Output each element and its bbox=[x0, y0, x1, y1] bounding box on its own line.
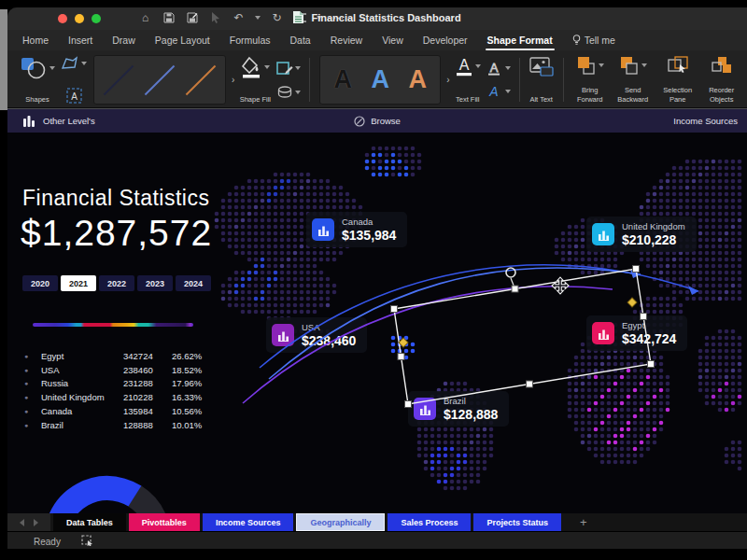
tab-label: Insert bbox=[68, 35, 92, 46]
tab-home[interactable]: Home bbox=[22, 35, 49, 46]
tab-label: Formulas bbox=[230, 35, 271, 46]
text-box-icon[interactable]: A bbox=[66, 88, 82, 104]
workbook-nav-bar: Other Level's Browse Income Sources bbox=[7, 108, 747, 133]
shape-outline-icon[interactable] bbox=[276, 62, 293, 76]
tab-label: Home bbox=[22, 35, 49, 46]
svg-text:A: A bbox=[489, 61, 498, 75]
text-fill-label: Text Fill bbox=[456, 95, 479, 104]
tab-developer[interactable]: Developer bbox=[423, 35, 468, 46]
tab-label: Shape Format bbox=[487, 35, 553, 46]
shape-fill-icon[interactable] bbox=[240, 56, 262, 78]
bring-forward-icon bbox=[576, 56, 597, 75]
tab-data[interactable]: Data bbox=[290, 35, 311, 46]
tab-insert[interactable]: Insert bbox=[68, 35, 92, 46]
text-outline-icon[interactable]: A bbox=[486, 61, 503, 76]
add-sheet-button[interactable]: + bbox=[571, 513, 597, 531]
send-backward-icon bbox=[619, 56, 640, 75]
shapes-icon[interactable] bbox=[20, 56, 48, 80]
sheet-tab-data-tables[interactable]: Data Tables bbox=[53, 513, 126, 531]
shape-effects-icon[interactable] bbox=[277, 86, 293, 98]
sheet-tab-income-sources[interactable]: Income Sources bbox=[203, 513, 294, 531]
wordart-styles-gallery[interactable]: A A A bbox=[319, 55, 441, 105]
reorder-objects-button[interactable]: Reorder Objects bbox=[700, 54, 743, 105]
shape-styles-gallery[interactable] bbox=[93, 55, 226, 105]
sheet-tab-geographically[interactable]: Geographically bbox=[296, 513, 385, 531]
tab-page-layout[interactable]: Page Layout bbox=[155, 35, 210, 46]
tab-draw[interactable]: Draw bbox=[112, 35, 135, 46]
document-icon bbox=[293, 11, 303, 25]
titlebar: ⌂ ↶ ↻ ··· Financial Statistics Dashbo bbox=[7, 7, 747, 30]
desktop-edge bbox=[0, 9, 7, 110]
send-backward-button[interactable]: Send Backward bbox=[611, 54, 655, 105]
tab-label: Tell me bbox=[585, 35, 615, 46]
wordart-styles-expand-icon[interactable]: › bbox=[446, 75, 449, 85]
shape-fill-label: Shape Fill bbox=[239, 95, 271, 104]
tab-tell-me[interactable]: Tell me bbox=[572, 35, 615, 46]
tab-shape-format[interactable]: Shape Format bbox=[487, 35, 553, 46]
rotation-handle-icon[interactable] bbox=[506, 268, 515, 277]
ribbon-tab-bar: HomeInsertDrawPage LayoutFormulasDataRev… bbox=[7, 30, 747, 50]
shape-styles-expand-icon[interactable]: › bbox=[232, 75, 234, 85]
excel-window: ⌂ ↶ ↻ ··· Financial Statistics Dashbo bbox=[7, 7, 747, 549]
selection-overlay bbox=[7, 133, 747, 513]
selection-pane-button[interactable]: Selection Pane bbox=[655, 54, 700, 105]
tab-review[interactable]: Review bbox=[331, 35, 362, 46]
tab-label: Draw bbox=[112, 35, 135, 46]
tab-formulas[interactable]: Formulas bbox=[230, 35, 271, 46]
lightbulb-icon bbox=[572, 35, 581, 46]
tab-view[interactable]: View bbox=[382, 35, 403, 46]
sheet-tab-sales-process[interactable]: Sales Process bbox=[388, 513, 471, 531]
shapes-caret-icon[interactable] bbox=[49, 66, 55, 70]
browse-icon[interactable] bbox=[354, 116, 365, 127]
shape-outline-caret-icon[interactable] bbox=[295, 66, 301, 70]
send-backward-caret-icon bbox=[641, 63, 647, 67]
selection-mode-icon[interactable] bbox=[81, 535, 93, 548]
tab-label: Review bbox=[331, 35, 362, 46]
tab-label: Data bbox=[290, 35, 311, 46]
tab-label: Developer bbox=[423, 35, 468, 46]
text-fill-caret-icon[interactable] bbox=[475, 64, 481, 68]
svg-text:A: A bbox=[71, 91, 78, 102]
wordart-style-dark[interactable]: A bbox=[324, 65, 361, 94]
shape-effects-caret-icon[interactable] bbox=[295, 91, 301, 94]
tab-label: View bbox=[382, 35, 403, 46]
status-bar: Ready bbox=[7, 531, 747, 549]
shape-style-line-1[interactable] bbox=[103, 62, 134, 99]
edit-shape-icon[interactable] bbox=[61, 56, 79, 71]
sheet-tab-bar: Data TablesPivottablesIncome SourcesGeog… bbox=[7, 513, 747, 531]
shape-fill-caret-icon[interactable] bbox=[264, 65, 270, 69]
tab-label: Page Layout bbox=[155, 35, 210, 46]
shape-style-line-2[interactable] bbox=[144, 62, 176, 99]
dashboard-canvas: Financial Statistics $1,287,572 20202021… bbox=[7, 133, 747, 513]
wordart-style-orange[interactable]: A bbox=[399, 65, 436, 94]
alt-text-button[interactable]: Alt Text bbox=[526, 54, 557, 105]
bring-forward-caret-icon bbox=[599, 63, 604, 67]
ribbon: Shapes A › Shape Fill bbox=[7, 50, 747, 108]
text-effects-icon[interactable]: A bbox=[486, 84, 503, 99]
text-outline-caret-icon[interactable] bbox=[505, 66, 511, 70]
sheet-prev-icon[interactable] bbox=[20, 519, 24, 526]
send-backward-label: Send Backward bbox=[613, 86, 653, 104]
svg-text:A: A bbox=[458, 57, 469, 73]
sheet-next-icon[interactable] bbox=[34, 519, 38, 526]
text-effects-caret-icon[interactable] bbox=[505, 90, 511, 93]
sheet-tab-projects-status[interactable]: Projects Status bbox=[473, 513, 561, 531]
selection-pane-label: Selection Pane bbox=[658, 86, 698, 104]
shapes-label: Shapes bbox=[25, 95, 49, 104]
shape-style-line-3[interactable] bbox=[185, 62, 217, 99]
selection-pane-icon bbox=[667, 56, 689, 75]
status-ready-label: Ready bbox=[34, 537, 61, 547]
adjustment-handles[interactable] bbox=[399, 298, 637, 347]
ribbon-group-insert-shapes: Shapes A bbox=[17, 54, 90, 105]
sheet-nav bbox=[7, 513, 50, 531]
sheet-tab-pivottables[interactable]: Pivottables bbox=[129, 513, 200, 531]
window-title: Financial Statistics Dashboard bbox=[311, 12, 460, 23]
wordart-style-blue[interactable]: A bbox=[361, 65, 399, 94]
bring-forward-button[interactable]: Bring Forward bbox=[570, 54, 611, 105]
text-fill-icon[interactable]: A bbox=[455, 56, 473, 77]
reorder-objects-icon bbox=[711, 56, 733, 75]
browse-label[interactable]: Browse bbox=[371, 116, 401, 126]
alt-text-label: Alt Text bbox=[529, 95, 555, 104]
reorder-objects-label: Reorder Objects bbox=[703, 86, 740, 104]
edit-shape-caret-icon[interactable] bbox=[81, 62, 87, 65]
